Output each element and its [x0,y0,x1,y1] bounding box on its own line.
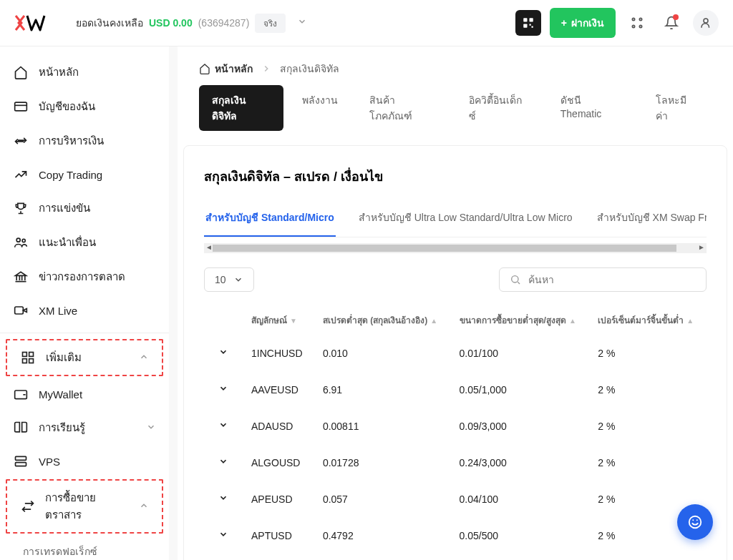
tab-metals[interactable]: โลหะมีค่า [643,85,712,131]
sidebar-item-label: การซื้อขายตราสาร [45,489,129,524]
sidebar-item-vps[interactable]: VPS [0,445,169,478]
content: หน้าหลัก สกุลเงินดิจิทัล สกุลเงินดิจิทัล… [178,46,733,560]
transfer-icon [13,133,29,149]
sidebar-item-learn[interactable]: การเรียนรู้ [0,411,169,445]
sidebar-item-label: หน้าหลัก [39,64,79,81]
svg-rect-1 [529,18,533,21]
svg-point-24 [689,516,702,529]
trophy-icon [13,200,29,216]
sidebar-item-refer[interactable]: แนะนำเพื่อน [0,225,169,260]
cell-spread: 0.00811 [314,408,450,443]
col-margin[interactable]: เปอร์เซ็นต์มาร์จิ้นขั้นต่ำ▲ [589,306,705,334]
user-button[interactable] [693,10,719,36]
sidebar-item-label: การแข่งขัน [39,200,90,217]
plus-icon: + [561,17,567,29]
account-tab-swapfree[interactable]: สำหรับบัญชี XM Swap Free S [596,204,707,237]
table-row: 1INCHUSD 0.010 0.01/100 2 % [205,335,705,370]
expand-icon[interactable] [218,384,228,396]
sidebar-item-competition[interactable]: การแข่งขัน [0,191,169,225]
account-tab-standard[interactable]: สำหรับบัญชี Standard/Micro [204,204,336,237]
cell-spread: 0.010 [314,335,450,370]
expand-icon[interactable] [218,530,228,541]
category-tabs: สกุลเงินดิจิทัล พลังงาน สินค้าโภคภัณฑ์ อ… [178,85,733,145]
sidebar-item-home[interactable]: หน้าหลัก [0,55,169,89]
cell-spread: 0.057 [314,481,450,516]
sidebar-item-label: XM Live [39,305,77,317]
search-box[interactable] [499,267,707,292]
expand-icon[interactable] [218,421,228,432]
svg-point-9 [704,19,708,23]
home-icon [13,64,29,80]
svg-point-13 [22,239,25,242]
breadcrumb: หน้าหลัก สกุลเงินดิจิทัล [178,46,733,85]
svg-rect-17 [23,359,27,363]
balance-section[interactable]: ยอดเงินคงเหลือ USD 0.00 (63694287) จริง [76,14,307,33]
account-id: (63694287) [198,17,250,29]
book-icon [13,420,29,436]
horizontal-scrollbar[interactable]: ◄ ► [204,243,707,253]
balance-label: ยอดเงินคงเหลือ [76,15,143,31]
svg-rect-10 [15,102,27,111]
svg-rect-20 [16,456,26,460]
logo[interactable] [14,14,54,31]
qr-button[interactable] [515,10,541,36]
search-input[interactable] [528,274,696,285]
sidebar-item-news[interactable]: ข่าวกรองการตลาด [0,260,169,294]
page-size-select[interactable]: 10 [204,267,254,292]
col-size[interactable]: ขนาดการซื้อขายต่ำสุด/สูงสุด▲ [451,306,588,334]
expand-icon[interactable] [218,493,228,505]
tab-equity-index[interactable]: อิควิตี้อินเด็กซ์ [456,85,541,131]
svg-rect-18 [29,359,34,363]
sidebar-item-label: Copy Trading [39,169,102,181]
cell-size: 0.05/1,000 [451,372,588,407]
table-row: APEUSD 0.057 0.04/100 2 % [205,481,705,516]
cell-symbol: 1INCHUSD [243,335,313,370]
chat-fab[interactable] [677,504,713,540]
deposit-button[interactable]: + ฝากเงิน [550,8,616,38]
apps-button[interactable] [624,10,650,36]
tab-commodities[interactable]: สินค้าโภคภัณฑ์ [356,85,450,131]
exchange-icon [20,498,35,514]
cell-size: 0.09/3,000 [451,408,588,443]
breadcrumb-home[interactable]: หน้าหลัก [199,61,253,77]
chart-up-icon [13,167,29,182]
header: ยอดเงินคงเหลือ USD 0.00 (63694287) จริง … [0,0,733,46]
col-spread[interactable]: สเปรดต่ำสุด (สกุลเงินอ้างอิง)▲ [314,306,450,334]
svg-point-22 [512,276,518,283]
tab-energy[interactable]: พลังงาน [289,85,351,131]
sidebar-item-funds[interactable]: การบริหารเงิน [0,124,169,158]
tab-thematic[interactable]: ดัชนี Thematic [548,85,638,131]
sidebar-item-mywallet[interactable]: MyWallet [0,378,169,411]
cell-spread: 0.4792 [314,518,450,553]
cell-size: 0.05/500 [451,518,588,553]
cell-margin: 2 % [589,372,705,407]
cell-margin: 2 % [589,335,705,370]
account-type-badge: จริง [255,14,286,33]
expand-icon[interactable] [218,457,228,468]
svg-rect-21 [16,463,26,466]
sidebar-sub-forex[interactable]: การเทรดฟอเร็กซ์ [0,535,169,560]
cell-spread: 0.01728 [314,445,450,480]
breadcrumb-current: สกุลเงินดิจิทัล [280,61,339,77]
sidebar-item-label: เพิ่มเติม [46,349,82,366]
svg-rect-4 [531,26,533,28]
tab-crypto[interactable]: สกุลเงินดิจิทัล [199,85,283,131]
svg-point-6 [639,18,641,20]
svg-point-7 [632,25,634,27]
sidebar-item-xmlive[interactable]: XM Live [0,294,169,327]
expand-icon[interactable] [218,348,228,359]
sidebar-item-more[interactable]: เพิ่มเติม [7,340,162,375]
table-row: APTUSD 0.4792 0.05/500 2 % [205,518,705,553]
cell-symbol: APTUSD [243,518,313,553]
notifications-button[interactable] [659,10,684,36]
sidebar-item-accounts[interactable]: บัญชีของฉัน [0,89,169,124]
col-symbol[interactable]: สัญลักษณ์▼ [243,306,313,334]
cell-symbol: APEUSD [243,481,313,516]
table-row: AAVEUSD 6.91 0.05/1,000 2 % [205,372,705,407]
sidebar: หน้าหลัก บัญชีของฉัน การบริหารเงิน Copy … [0,46,178,560]
chevron-up-icon [139,352,149,364]
deposit-label: ฝากเงิน [571,15,604,31]
sidebar-item-copytrading[interactable]: Copy Trading [0,158,169,191]
sidebar-item-trading[interactable]: การซื้อขายตราสาร [7,481,162,532]
account-tab-ultralow[interactable]: สำหรับบัญชี Ultra Low Standard/Ultra Low… [357,204,574,237]
